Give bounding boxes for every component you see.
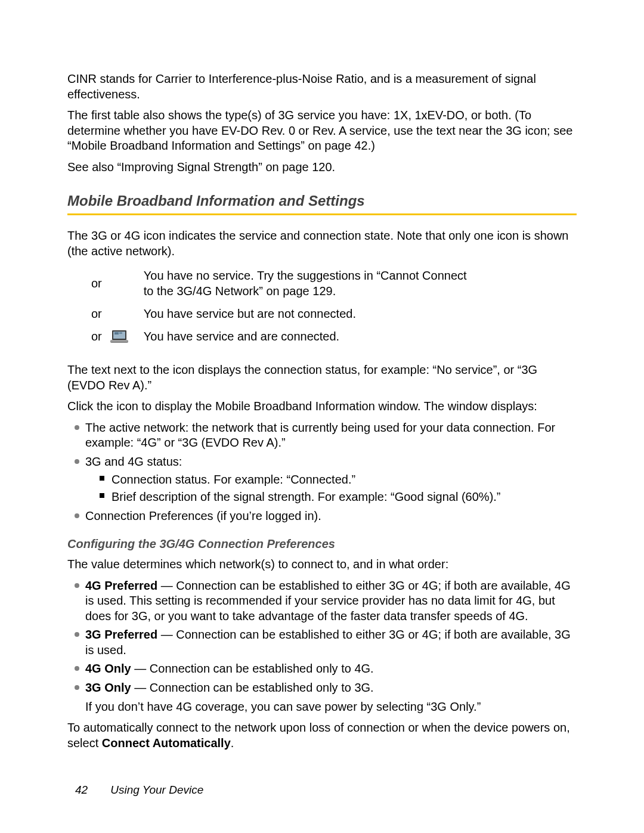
connect-automatically-label: Connect Automatically <box>102 736 231 750</box>
sub-intro: The value determines which network(s) to… <box>67 557 577 572</box>
table-row: or You have service but are not connecte… <box>91 303 486 326</box>
list-item: 3G Preferred — Connection can be establi… <box>67 627 577 658</box>
icon-state-table: or You have no service. Try the suggesti… <box>91 265 486 348</box>
closing-c: . <box>231 736 234 750</box>
subsection-heading: Configuring the 3G/4G Connection Prefere… <box>67 537 577 552</box>
list-item: 4G Preferred — Connection can be establi… <box>67 578 577 624</box>
section-heading: Mobile Broadband Information and Setting… <box>67 192 577 210</box>
opt-4g-preferred: 4G Preferred <box>85 579 157 592</box>
table-row: or You have no service. Try the suggesti… <box>91 265 486 302</box>
window-displays-p: Click the icon to display the Mobile Bro… <box>67 399 577 414</box>
opt-4g-only: 4G Only <box>85 662 131 675</box>
pref-note: If you don’t have 4G coverage, you can s… <box>85 699 577 715</box>
page-number: 42 <box>75 783 107 797</box>
or-label: or <box>91 265 110 302</box>
state-no-service: You have no service. Try the suggestions… <box>144 265 486 302</box>
section-title: Using Your Device <box>110 784 203 796</box>
list-item: 3G Only — Connection can be established … <box>67 680 577 696</box>
intro-p1: CINR stands for Carrier to Interference-… <box>67 72 577 102</box>
list-item: The active network: the network that is … <box>67 420 577 451</box>
state-not-connected: You have service but are not connected. <box>144 303 486 326</box>
list-item-label: 3G and 4G status: <box>85 455 182 468</box>
info-list: The active network: the network that is … <box>67 420 577 524</box>
heading-rule <box>67 213 577 215</box>
list-item: 3G and 4G status: Connection status. For… <box>67 454 577 505</box>
after-heading: The 3G or 4G icon indicates the service … <box>67 228 577 259</box>
intro-p2: The first table also shows the type(s) o… <box>67 108 577 154</box>
svg-rect-4 <box>110 340 128 343</box>
svg-rect-5 <box>111 340 128 341</box>
list-item: Connection status. For example: “Connect… <box>97 472 577 488</box>
opt-text: — Connection can be established to eithe… <box>85 628 571 657</box>
or-label: or <box>91 325 110 348</box>
page-footer: 42 Using Your Device <box>75 783 203 797</box>
page: CINR stands for Carrier to Interference-… <box>0 0 644 833</box>
list-item: 4G Only — Connection can be established … <box>67 661 577 677</box>
computer-icon <box>110 329 128 345</box>
svg-rect-3 <box>119 332 122 334</box>
opt-text: — Connection can be established to eithe… <box>85 579 571 623</box>
table-row: or You have service and are connected. <box>91 325 486 348</box>
or-label: or <box>91 303 110 326</box>
closing-p: To automatically connect to the network … <box>67 720 577 751</box>
list-item: Connection Preferences (if you’re logged… <box>67 509 577 524</box>
state-connected: You have service and are connected. <box>144 325 486 348</box>
opt-3g-only: 3G Only <box>85 681 131 694</box>
status-sublist: Connection status. For example: “Connect… <box>85 472 577 505</box>
opt-3g-preferred: 3G Preferred <box>85 628 157 641</box>
intro-p3: See also “Improving Signal Strength” on … <box>67 160 577 175</box>
svg-rect-2 <box>114 332 119 335</box>
opt-text: — Connection can be established only to … <box>131 681 374 694</box>
opt-text: — Connection can be established only to … <box>131 662 374 675</box>
status-text-p: The text next to the icon displays the c… <box>67 363 577 393</box>
list-item: Brief description of the signal strength… <box>97 490 577 505</box>
pref-list: 4G Preferred — Connection can be establi… <box>67 578 577 696</box>
